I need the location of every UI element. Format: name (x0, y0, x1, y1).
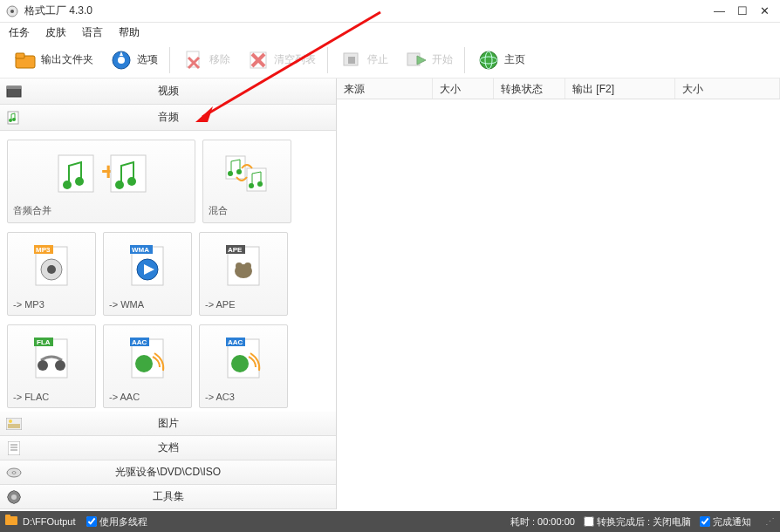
svg-point-32 (236, 169, 242, 174)
category-image-label: 图片 (5, 416, 331, 431)
tile-aac-label: -> AAC (109, 388, 186, 402)
category-video[interactable]: 视频 (0, 78, 336, 105)
notify-checkbox[interactable]: 完成通知 (700, 515, 751, 529)
tile-ape[interactable]: APE -> APE (199, 232, 288, 316)
toolbar: 输出文件夹 选项 移除 清空列表 停止 开始 主页 (0, 42, 780, 78)
tile-audio-mix[interactable]: 混合 (202, 140, 291, 223)
svg-point-50 (244, 263, 251, 269)
stop-icon (339, 48, 364, 72)
wma-icon: WMA (109, 238, 186, 296)
th-status[interactable]: 转换状态 (494, 78, 565, 99)
svg-point-15 (480, 51, 497, 69)
menu-lang[interactable]: 语言 (82, 25, 103, 40)
svg-text:APE: APE (228, 246, 243, 254)
tile-flac[interactable]: FLA -> FLAC (7, 324, 96, 408)
th-size[interactable]: 大小 (433, 78, 494, 99)
toolbar-separator (169, 47, 170, 73)
svg-text:AAC: AAC (228, 338, 243, 346)
svg-point-49 (236, 263, 243, 269)
remove-label: 移除 (209, 52, 230, 67)
options-button[interactable]: 选项 (103, 45, 164, 75)
category-audio[interactable]: 音频 (0, 105, 336, 131)
svg-text:MP3: MP3 (36, 246, 51, 254)
left-sidebar: 视频 音频 + 音频合并 混合 (0, 78, 337, 509)
category-disc[interactable]: 光驱设备\DVD\CD\ISO (0, 460, 336, 485)
svg-text:FLA: FLA (37, 338, 51, 346)
start-button[interactable]: 开始 (398, 45, 459, 75)
close-button[interactable]: ✕ (760, 4, 770, 17)
stop-label: 停止 (367, 52, 388, 67)
tile-flac-label: -> FLAC (13, 388, 90, 402)
after-convert-input[interactable] (584, 516, 594, 527)
minimize-button[interactable]: — (714, 4, 725, 17)
svg-point-24 (63, 181, 72, 189)
output-folder-label: 输出文件夹 (41, 52, 93, 67)
tile-ac3[interactable]: AAC -> AC3 (199, 324, 288, 408)
audio-panel: + 音频合并 混合 MP3 -> MP3 (0, 131, 336, 412)
menu-task[interactable]: 任务 (9, 25, 30, 40)
category-image[interactable]: 图片 (0, 412, 336, 436)
options-label: 选项 (137, 52, 158, 67)
menu-help[interactable]: 帮助 (119, 25, 140, 40)
output-path[interactable]: D:\FFOutput (23, 516, 76, 527)
category-audio-label: 音频 (5, 110, 331, 125)
aac-icon: AAC (109, 331, 186, 388)
th-source[interactable]: 来源 (337, 78, 433, 99)
category-tools[interactable]: 工具集 (0, 485, 336, 509)
elapsed-time: 耗时 : 00:00:00 (510, 515, 575, 529)
tile-audio-join[interactable]: + 音频合并 (7, 140, 195, 223)
remove-icon (181, 48, 206, 72)
tile-wma-label: -> WMA (109, 296, 186, 310)
maximize-button[interactable]: ☐ (737, 4, 748, 17)
menu-skin[interactable]: 皮肤 (45, 25, 66, 40)
resize-grip[interactable]: ⋰ (765, 516, 775, 528)
ape-icon: APE (205, 238, 282, 296)
remove-button[interactable]: 移除 (175, 45, 236, 75)
start-label: 开始 (432, 52, 453, 67)
svg-point-63 (231, 355, 249, 372)
category-doc-label: 文档 (5, 440, 331, 455)
clear-label: 清空列表 (274, 52, 316, 67)
th-size2[interactable]: 大小 (675, 78, 780, 99)
category-disc-label: 光驱设备\DVD\CD\ISO (5, 465, 331, 480)
svg-text:WMA: WMA (132, 246, 149, 254)
svg-rect-13 (348, 57, 355, 64)
app-icon (5, 4, 19, 18)
right-pane: 来源 大小 转换状态 输出 [F2] 大小 (337, 78, 780, 509)
category-doc[interactable]: 文档 (0, 436, 336, 460)
home-button[interactable]: 主页 (470, 45, 531, 75)
svg-point-54 (38, 360, 48, 371)
svg-point-55 (55, 360, 65, 371)
stop-button[interactable]: 停止 (333, 45, 394, 75)
tile-mp3[interactable]: MP3 -> MP3 (7, 232, 96, 316)
th-output[interactable]: 输出 [F2] (565, 78, 675, 99)
menubar: 任务 皮肤 语言 帮助 (0, 23, 780, 42)
multithread-checkbox[interactable]: 使用多线程 (86, 515, 147, 529)
titlebar: 格式工厂 4.3.0 — ☐ ✕ (0, 0, 780, 23)
clear-button[interactable]: 清空列表 (240, 45, 322, 75)
svg-point-28 (115, 181, 124, 189)
tile-wma[interactable]: WMA -> WMA (103, 232, 192, 316)
folder-icon (13, 48, 38, 72)
audio-join-icon: + (13, 146, 189, 201)
tile-ape-label: -> APE (205, 296, 282, 310)
statusbar: D:\FFOutput 使用多线程 耗时 : 00:00:00 转换完成后 : … (0, 511, 780, 532)
tile-ac3-label: -> AC3 (205, 388, 282, 402)
mp3-icon: MP3 (13, 238, 90, 296)
toolbar-separator (327, 47, 328, 73)
audio-mix-icon (209, 146, 285, 201)
table-header: 来源 大小 转换状态 输出 [F2] 大小 (337, 78, 780, 99)
notify-input[interactable] (700, 516, 710, 527)
output-folder-button[interactable]: 输出文件夹 (7, 45, 99, 75)
after-convert-checkbox[interactable]: 转换完成后 : 关闭电脑 (584, 515, 691, 529)
svg-point-59 (135, 355, 153, 372)
folder-small-icon[interactable] (5, 515, 19, 529)
globe-icon (476, 48, 501, 72)
main-area: 视频 音频 + 音频合并 混合 (0, 78, 780, 509)
svg-rect-3 (16, 53, 24, 58)
svg-point-29 (127, 177, 136, 186)
toolbar-separator (464, 47, 465, 73)
tile-aac[interactable]: AAC -> AAC (103, 324, 192, 408)
flac-icon: FLA (13, 331, 90, 388)
multithread-input[interactable] (86, 516, 97, 527)
